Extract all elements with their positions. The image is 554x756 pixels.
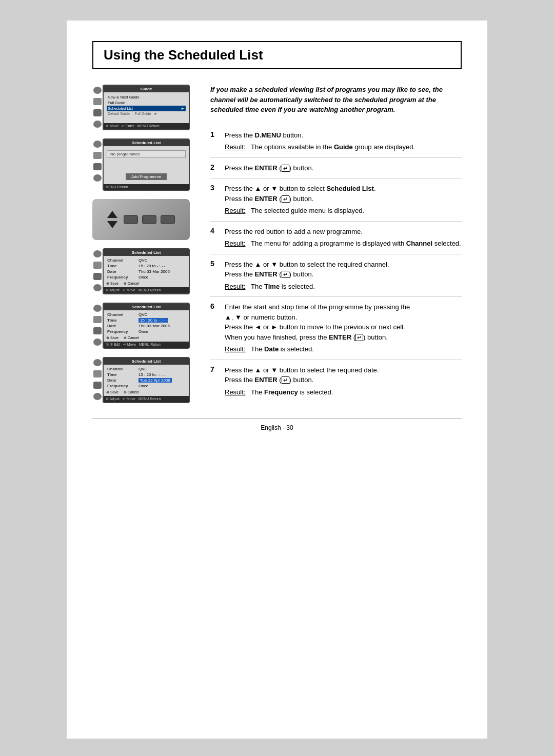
screen-mockup-4: Scheduled List ChannelQVC Time15 : 20 to…: [92, 248, 190, 294]
result-label: Result:: [225, 142, 248, 152]
screen5-title: Scheduled List: [104, 304, 189, 310]
step-4: 4 Press the red button to add a new prog…: [210, 222, 462, 254]
step-3-num: 3: [210, 184, 220, 216]
right-column: If you make a scheduled viewing list of …: [210, 85, 462, 403]
step-2-num: 2: [210, 163, 220, 173]
result-label-3: Result:: [225, 206, 248, 216]
add-programme-btn: Add Programme: [126, 173, 167, 180]
step-1: 1 Press the D.MENU button. Result: The o…: [210, 125, 462, 158]
step-4-num: 4: [210, 227, 220, 249]
screen2-title: Scheduled List: [104, 140, 189, 146]
step-7: 7 Press the ▲ or ▼ button to select the …: [210, 360, 462, 403]
screen5-footer: ① ② Edit ↵ Move MENU Return: [104, 342, 189, 348]
screen-mockup-3-remote: [92, 199, 190, 240]
page-footer: English - 30: [92, 419, 462, 431]
step-7-num: 7: [210, 365, 220, 397]
step-6-num: 6: [210, 302, 220, 354]
no-programmes-label: No programmes: [107, 150, 186, 158]
step-4-content: Press the red button to add a new progra…: [225, 227, 461, 249]
step-2: 2 Press the ENTER (↵) button.: [210, 158, 462, 179]
step-5-num: 5: [210, 260, 220, 292]
result-label-5: Result:: [225, 282, 248, 292]
content-layout: Guide Now & Next Guide Full Guide Schedu…: [92, 85, 462, 403]
step-2-content: Press the ENTER (↵) button.: [225, 163, 313, 173]
step-1-num: 1: [210, 130, 220, 152]
page-title: Using the Scheduled List: [92, 41, 462, 69]
screen-mockup-5: Scheduled List ChannelQVC Time15 : 20 to…: [92, 303, 190, 349]
screen4-title: Scheduled List: [104, 249, 189, 256]
screen4-footer: ⊕ Adjust ↵ Move MENU Return: [104, 287, 189, 293]
left-column: Guide Now & Next Guide Full Guide Schedu…: [92, 85, 195, 403]
step-3: 3 Press the ▲ or ▼ button to select Sche…: [210, 178, 462, 222]
steps-list: 1 Press the D.MENU button. Result: The o…: [210, 125, 462, 403]
step-5: 5 Press the ▲ or ▼ button to select the …: [210, 254, 462, 297]
screen6-title: Scheduled List: [104, 358, 189, 365]
page: Using the Scheduled List Guide Now & Nex…: [67, 21, 487, 739]
screen1-title: Guide: [104, 86, 189, 92]
step-6-content: Enter the start and stop time of the pro…: [225, 302, 410, 354]
screen2-footer: MENU Return: [104, 184, 189, 190]
screen-mockup-1: Guide Now & Next Guide Full Guide Schedu…: [92, 85, 190, 130]
screen1-footer: ⊕ Move ↵ Enter MENU Return: [104, 123, 189, 129]
screen-mockup-6: Scheduled List ChannelQVC Time15 : 20 to…: [92, 357, 190, 403]
screen6-footer: ⊕ Adjust ↵ Move MENU Return: [104, 396, 189, 402]
step-1-content: Press the D.MENU button. Result: The opt…: [225, 130, 415, 152]
step-6: 6 Enter the start and stop time of the p…: [210, 297, 462, 360]
intro-paragraph: If you make a scheduled viewing list of …: [210, 85, 462, 115]
result-label-4: Result:: [225, 238, 248, 249]
result-label-7: Result:: [225, 387, 248, 397]
step-7-content: Press the ▲ or ▼ button to select the re…: [225, 365, 379, 397]
footer-text: English - 30: [261, 424, 293, 431]
screen-mockup-2: Scheduled List No programmes Add Program…: [92, 138, 190, 191]
step-3-content: Press the ▲ or ▼ button to select Schedu…: [225, 184, 376, 216]
result-label-6: Result:: [225, 344, 248, 354]
step-5-content: Press the ▲ or ▼ button to select the re…: [225, 260, 389, 292]
